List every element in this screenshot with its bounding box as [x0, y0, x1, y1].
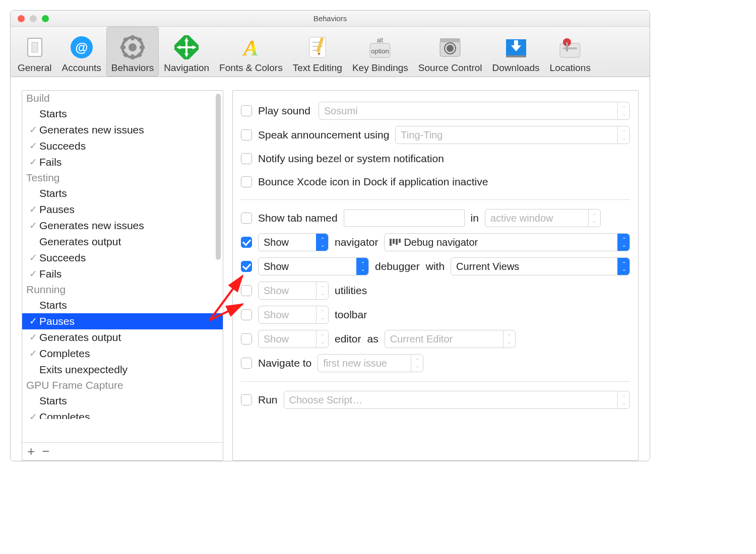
group-gpu-frame-capture: GPU Frame Capture [22, 378, 223, 393]
scrollbar-thumb[interactable] [216, 94, 221, 260]
as-label: as [367, 333, 379, 345]
svg-text:option: option [371, 47, 389, 55]
run-label: Run [258, 394, 278, 406]
behavior-succeeds[interactable]: Succeeds [22, 250, 223, 266]
fonts-colors-icon: A [239, 32, 263, 62]
close-icon[interactable] [18, 15, 25, 22]
with-label: with [426, 260, 445, 272]
svg-rect-1 [32, 42, 38, 52]
behavior-generates-output[interactable]: Generates output [22, 329, 223, 345]
editor-row: Show ⌃⌄ editor as Current Editor ⌃⌄ [241, 327, 630, 351]
bounce-label: Bounce Xcode icon in Dock if application… [258, 176, 488, 188]
tab-behaviors[interactable]: Behaviors [106, 27, 159, 77]
key-bindings-icon: altoption [368, 32, 392, 62]
behavior-completes[interactable]: Completes [22, 409, 223, 419]
svg-text:A: A [242, 36, 258, 59]
svg-rect-22 [309, 37, 326, 57]
debugger-checkbox[interactable] [241, 261, 252, 272]
play-sound-checkbox[interactable] [241, 105, 252, 116]
notify-checkbox[interactable] [241, 153, 252, 164]
behaviors-icon [120, 32, 145, 62]
behavior-fails[interactable]: Fails [22, 154, 223, 170]
toolbar-action-select[interactable]: Show ⌃⌄ [258, 306, 329, 324]
debugger-action-select[interactable]: Show ⌃⌄ [258, 257, 369, 275]
speak-voice-select[interactable]: Ting-Ting ⌃⌄ [395, 126, 630, 144]
behavior-generates-new-issues[interactable]: Generates new issues [22, 122, 223, 138]
show-tab-row: Show tab named in active window ⌃⌄ [241, 206, 630, 230]
toolbar-label: toolbar [335, 309, 367, 321]
tab-label: Key Bindings [352, 62, 408, 74]
behavior-succeeds[interactable]: Succeeds [22, 138, 223, 154]
stepper-icon: ⌃⌄ [617, 258, 629, 275]
show-tab-checkbox[interactable] [241, 213, 252, 224]
tab-downloads[interactable]: Downloads [487, 27, 545, 77]
navigate-to-select[interactable]: first new issue ⌃⌄ [318, 354, 423, 372]
stepper-icon: ⌃⌄ [356, 258, 368, 275]
behavior-generates-new-issues[interactable]: Generates new issues [22, 218, 223, 234]
behavior-fails[interactable]: Fails [22, 266, 223, 282]
tab-source-control[interactable]: Source Control [413, 27, 487, 77]
behavior-completes[interactable]: Completes [22, 345, 223, 362]
debugger-views-select[interactable]: Current Views ⌃⌄ [451, 257, 630, 275]
stepper-icon: ⌃⌄ [316, 282, 328, 299]
run-checkbox[interactable] [241, 394, 252, 405]
run-script-select[interactable]: Choose Script… ⌃⌄ [284, 391, 630, 409]
svg-rect-42 [566, 42, 568, 51]
behavior-exits-unexpectedly[interactable]: Exits unexpectedly [22, 362, 223, 378]
play-sound-select[interactable]: Sosumi ⌃⌄ [319, 102, 630, 120]
navigator-select[interactable]: Debug navigator ⌃⌄ [384, 233, 630, 251]
behavior-pauses[interactable]: Pauses [22, 201, 223, 218]
toolbar-checkbox[interactable] [241, 309, 252, 320]
utilities-action-select[interactable]: Show ⌃⌄ [258, 282, 329, 300]
speak-checkbox[interactable] [241, 129, 252, 141]
window-title: Behaviors [11, 14, 650, 23]
divider [241, 381, 630, 382]
titlebar: Behaviors [11, 11, 650, 27]
minimize-icon[interactable] [30, 15, 37, 22]
remove-button[interactable]: − [42, 444, 49, 459]
svg-rect-6 [131, 54, 134, 59]
tab-key-bindings[interactable]: altoptionKey Bindings [347, 27, 413, 77]
source-control-icon [438, 32, 462, 62]
add-button[interactable]: + [27, 444, 35, 459]
svg-rect-37 [514, 40, 518, 46]
svg-rect-39 [560, 43, 580, 57]
stepper-icon: ⌃⌄ [588, 210, 600, 227]
svg-text:alt: alt [377, 37, 384, 44]
bounce-checkbox[interactable] [241, 176, 252, 187]
svg-rect-40 [563, 47, 577, 49]
body: BuildStartsGenerates new issuesSucceedsF… [11, 77, 650, 461]
tab-general[interactable]: General [13, 27, 57, 77]
tab-locations[interactable]: Locations [545, 27, 596, 77]
speak-label: Speak announcement using [258, 129, 389, 141]
tab-accounts[interactable]: @Accounts [57, 27, 106, 77]
in-label: in [471, 212, 479, 224]
tab-fonts-colors[interactable]: AFonts & Colors [214, 27, 288, 77]
editor-checkbox[interactable] [241, 333, 252, 344]
navigator-action-select[interactable]: Show ⌃⌄ [258, 233, 329, 251]
behavior-starts[interactable]: Starts [22, 393, 223, 409]
behavior-starts[interactable]: Starts [22, 106, 223, 122]
tab-text-editing[interactable]: Text Editing [288, 27, 347, 77]
navigator-checkbox[interactable] [241, 237, 252, 248]
behavior-pauses[interactable]: Pauses [22, 313, 223, 329]
tab-navigation[interactable]: Navigation [159, 27, 214, 77]
tab-name-input[interactable] [344, 210, 465, 227]
behavior-starts[interactable]: Starts [22, 297, 223, 313]
behavior-starts[interactable]: Starts [22, 185, 223, 201]
notify-row: Notify using bezel or system notificatio… [241, 147, 630, 170]
zoom-icon[interactable] [42, 15, 49, 22]
sidebar-footer: + − [22, 442, 223, 460]
stepper-icon: ⌃⌄ [316, 234, 328, 251]
editor-type-select[interactable]: Current Editor ⌃⌄ [385, 330, 516, 348]
utilities-checkbox[interactable] [241, 285, 252, 296]
svg-point-13 [129, 43, 137, 51]
divider [241, 199, 630, 200]
tab-window-select[interactable]: active window ⌃⌄ [485, 209, 601, 227]
navigate-to-checkbox[interactable] [241, 358, 252, 369]
navigator-label: navigator [335, 236, 378, 248]
behavior-generates-output[interactable]: Generates output [22, 234, 223, 250]
behaviors-list[interactable]: BuildStartsGenerates new issuesSucceedsF… [22, 91, 223, 442]
stepper-icon: ⌃⌄ [617, 234, 629, 251]
editor-action-select[interactable]: Show ⌃⌄ [258, 330, 329, 348]
